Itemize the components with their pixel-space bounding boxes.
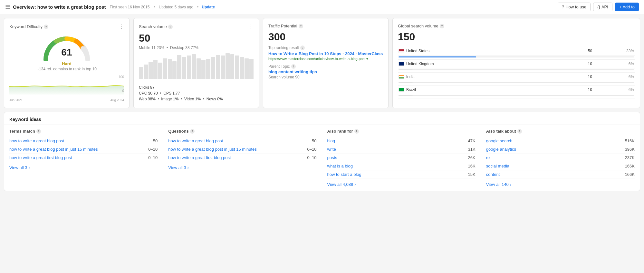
ki-keyword-link[interactable]: write — [327, 147, 336, 152]
tp-parent-link[interactable]: blog content writing tips — [268, 69, 317, 74]
sv-info-icon[interactable]: ? — [168, 25, 173, 29]
ki-row: posts26K — [327, 154, 476, 162]
ki-keyword-link[interactable]: how to write a great blog post in just 1… — [168, 147, 257, 152]
flag-gb — [399, 62, 404, 66]
ki-view-all-questions[interactable]: View all 3 › — [168, 165, 316, 170]
ki-keyword-value: 26K — [468, 155, 476, 160]
gsv-bar-fill — [399, 69, 413, 70]
sv-card-title: Search volume ? ⋮ — [139, 24, 254, 30]
ki-keyword-link[interactable]: how to start a blog — [327, 172, 361, 177]
ki-info-icon-terms-match[interactable]: ? — [36, 129, 41, 134]
sv-bar — [187, 56, 191, 79]
gsv-country-pct: 6% — [593, 86, 635, 94]
menu-icon[interactable]: ☰ — [5, 4, 10, 11]
api-icon: {} — [597, 5, 600, 9]
ki-keyword-link[interactable]: how to write a great first blog post — [9, 155, 72, 160]
tp-ranking-title[interactable]: How to Write a Blog Post in 10 Steps - 2… — [268, 51, 383, 56]
tp-parent-vol: Search volume 90 — [268, 75, 383, 79]
gsv-row[interactable]: United States5033% — [398, 47, 635, 56]
sv-bar-chart — [139, 53, 254, 79]
tp-parent-info-icon[interactable]: ? — [291, 64, 296, 69]
ki-keyword-link[interactable]: how to write a great blog post — [168, 138, 223, 143]
ki-keyword-value: 50 — [153, 138, 158, 143]
gsv-country-name: United States — [406, 49, 429, 53]
tp-ranking-info-icon[interactable]: ? — [300, 46, 305, 50]
keyword-ideas-grid: Terms match?how to write a great blog po… — [4, 125, 640, 191]
ki-keyword-value: 396K — [625, 147, 635, 152]
ki-row: re237K — [486, 154, 635, 162]
gsv-row[interactable]: Brazil106% — [398, 86, 635, 94]
ki-header-terms-match: Terms match? — [9, 129, 158, 134]
gauge-container: 61 Hard ~134 ref. domains to rank in top… — [9, 32, 124, 71]
ki-info-icon-also-rank-for[interactable]: ? — [354, 129, 359, 134]
gsv-row[interactable]: United Kingdom106% — [398, 60, 635, 68]
kd-card-title: Keyword Difficulty ? ⋮ — [9, 24, 124, 30]
gsv-row[interactable]: India106% — [398, 73, 635, 81]
header-separator2: • — [197, 5, 198, 9]
keyword-ideas-title: Keyword ideas — [4, 112, 640, 125]
ki-keyword-link[interactable]: blog — [327, 138, 335, 143]
search-volume-card: Search volume ? ⋮ 50 Mobile 11 23% • Des… — [133, 18, 259, 108]
ki-row: social media166K — [486, 162, 635, 170]
ki-row: write31K — [327, 145, 476, 154]
header-updated: Updated 5 days ago — [159, 5, 193, 9]
ki-view-all-also-rank-for[interactable]: View all 4,088 › — [327, 182, 476, 187]
ki-info-icon-questions[interactable]: ? — [190, 129, 195, 134]
gsv-bar-fill — [399, 56, 476, 57]
add-to-button[interactable]: + Add to — [615, 3, 639, 11]
gsv-bar-fill — [399, 95, 413, 96]
gsv-bar-cell — [398, 94, 635, 98]
ki-keyword-link[interactable]: social media — [486, 164, 509, 168]
ki-keyword-link[interactable]: re — [486, 155, 490, 160]
ki-keyword-link[interactable]: content — [486, 172, 500, 177]
gsv-country-pct: 6% — [593, 60, 635, 68]
chevron-right-icon: › — [187, 165, 189, 170]
sv-bar — [197, 58, 201, 79]
tp-url-dropdown[interactable]: ▾ — [366, 57, 368, 61]
kd-menu-icon[interactable]: ⋮ — [119, 24, 124, 30]
ki-keyword-value: 166K — [625, 164, 635, 168]
kd-chart-labels: Jun 2021 Aug 2024 — [9, 98, 124, 102]
sv-bar — [211, 57, 215, 79]
kd-chart-label-left: Jun 2021 — [9, 98, 23, 102]
tp-info-icon[interactable]: ? — [299, 24, 303, 28]
api-button[interactable]: {} API — [593, 3, 612, 11]
how-to-use-button[interactable]: ? How to use — [558, 3, 591, 11]
update-link[interactable]: Update — [202, 5, 215, 9]
ki-keyword-link[interactable]: google search — [486, 138, 513, 143]
ki-col-also-rank-for: Also rank for?blog47Kwrite31Kposts26Kwha… — [322, 125, 481, 191]
ki-keyword-link[interactable]: posts — [327, 155, 337, 160]
ki-row: how to write a great blog post in just 1… — [168, 145, 316, 154]
sv-menu-icon[interactable]: ⋮ — [248, 24, 254, 30]
keyword-difficulty-card: Keyword Difficulty ? ⋮ 61 Hard — [4, 18, 130, 108]
gsv-bar-cell — [398, 68, 635, 73]
sv-bar — [177, 55, 181, 79]
gauge-label: Hard — [62, 61, 72, 66]
ki-keyword-link[interactable]: how to write a great blog post in just 1… — [9, 147, 98, 152]
gsv-flag-cell: United States — [398, 47, 567, 56]
ki-view-all-also-talk-about[interactable]: View all 140 › — [486, 182, 635, 187]
gsv-country-pct: 33% — [593, 47, 635, 56]
gsv-country-name: Brazil — [406, 87, 416, 92]
ki-view-all-terms-match[interactable]: View all 3 › — [9, 165, 158, 170]
ki-keyword-value: 0–10 — [148, 147, 158, 152]
sv-bar — [182, 57, 186, 79]
sv-bar — [144, 65, 148, 79]
gsv-bar-row — [398, 94, 635, 98]
gsv-info-icon[interactable]: ? — [440, 24, 444, 28]
kd-info-icon[interactable]: ? — [44, 25, 48, 29]
ki-row: content166K — [486, 170, 635, 179]
ki-keyword-link[interactable]: how to write a great first blog post — [168, 155, 231, 160]
ki-info-icon-also-talk-about[interactable]: ? — [517, 129, 522, 134]
sv-bar — [139, 67, 143, 79]
flag-br — [399, 88, 404, 92]
ki-keyword-link[interactable]: google analytics — [486, 147, 516, 152]
sv-clicks-row: Clicks 87 — [139, 85, 254, 90]
gauge-svg: 61 — [41, 32, 92, 61]
svg-text:61: 61 — [61, 47, 72, 57]
gsv-flag-cell: India — [398, 73, 567, 81]
ki-keyword-value: 15K — [468, 172, 476, 177]
ki-keyword-link[interactable]: how to write a great blog post — [9, 138, 64, 143]
ki-keyword-link[interactable]: what is a blog — [327, 164, 353, 168]
ki-header-also-rank-for: Also rank for? — [327, 129, 476, 134]
